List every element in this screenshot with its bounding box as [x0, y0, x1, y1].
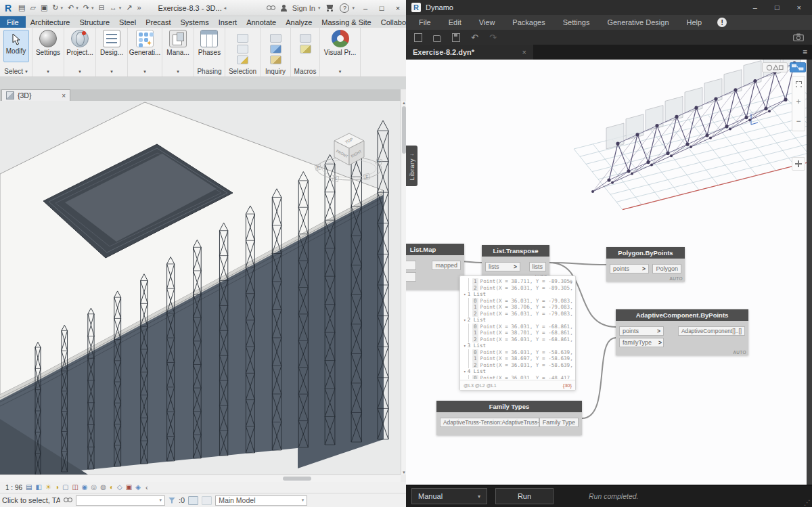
generative-panel-caret[interactable]: ▾ — [128, 66, 162, 76]
view-tab-close-icon[interactable]: × — [62, 92, 66, 100]
compass-n[interactable]: N — [378, 160, 380, 164]
compass-s[interactable]: S — [334, 177, 337, 181]
project-panel-caret[interactable]: ▾ — [64, 66, 95, 76]
warnings-icon[interactable] — [270, 56, 281, 64]
tab-analyze[interactable]: Analyze — [281, 16, 317, 28]
select-footer[interactable]: Select▾ — [0, 66, 32, 76]
title-caret-icon[interactable]: ◂ — [224, 5, 227, 11]
port-in-familytype[interactable]: familyType > — [619, 338, 664, 347]
phases-button[interactable]: Phases — [198, 28, 221, 66]
design-options-button[interactable]: Desig... — [100, 28, 123, 66]
settings-panel-caret[interactable]: ▾ — [32, 66, 64, 76]
resize-grip[interactable]: ⋰ — [804, 499, 811, 506]
tab-file[interactable]: File — [0, 16, 26, 28]
node-list-transpose[interactable]: List.Transpose lists > lists AUTO — [482, 245, 549, 280]
editable-only-icon[interactable] — [188, 496, 198, 505]
print-icon[interactable]: ⊟ — [98, 4, 104, 12]
worksharing-icon[interactable]: ◈ — [135, 484, 141, 491]
status-search-icon[interactable] — [64, 498, 72, 503]
save-file-icon[interactable] — [452, 33, 460, 42]
workspace-tab-close-icon[interactable]: × — [522, 48, 526, 56]
revit-logo-icon[interactable]: R — [3, 3, 14, 14]
measure-tool-icon[interactable] — [270, 34, 281, 43]
port-out-lists[interactable]: lists — [529, 262, 547, 271]
menu-settings[interactable]: Settings — [554, 18, 599, 26]
dynamo-maximize-button[interactable]: □ — [775, 3, 780, 12]
redo-icon[interactable]: ↷ — [489, 33, 497, 42]
menu-generative-design[interactable]: Generative Design — [598, 18, 677, 26]
tab-systems[interactable]: Systems — [175, 16, 213, 28]
open-file-icon[interactable] — [433, 35, 441, 42]
viewport-vertical-scrollbar[interactable]: ▲ ▼ — [401, 101, 406, 475]
analytical-model-icon[interactable]: ◇ — [117, 484, 122, 491]
design-options-combobox[interactable]: Main Model ▾ — [215, 495, 307, 506]
geometry-view-button[interactable] — [762, 62, 788, 72]
tab-steel[interactable]: Steel — [114, 16, 141, 28]
dynamo-close-button[interactable]: × — [797, 3, 801, 12]
new-file-icon[interactable] — [414, 33, 422, 42]
zoom-fit-icon[interactable] — [796, 81, 802, 87]
menu-help[interactable]: Help — [678, 18, 711, 26]
manage-project-button[interactable]: Mana... — [166, 28, 189, 66]
sign-in-label[interactable]: Sign In — [292, 4, 315, 12]
view-tab-3d[interactable]: {3D} × — [1, 89, 70, 101]
list-levels[interactable]: @L3 @L2 @L1 — [464, 383, 497, 388]
worksets-combobox[interactable]: ▾ — [76, 495, 165, 506]
detail-level-icon[interactable]: ▤ — [26, 484, 32, 491]
undo-icon[interactable]: ↶ — [471, 33, 478, 42]
file-tabs-icon[interactable]: ▤ — [18, 4, 25, 12]
load-selection-icon[interactable] — [237, 45, 248, 53]
preview-group-row[interactable]: ▾1 List — [464, 291, 573, 298]
crop-region-icon[interactable]: ◉ — [82, 484, 88, 491]
sign-in-caret-icon[interactable]: ▾ — [318, 5, 321, 11]
close-button[interactable]: × — [392, 4, 403, 12]
undo-caret-icon[interactable]: ▾ — [76, 5, 78, 11]
workspace-tab[interactable]: Exercise-8.2.dyn* × — [406, 45, 533, 60]
graph-view-button[interactable] — [790, 62, 806, 72]
measure-caret-icon[interactable]: ▾ — [119, 5, 122, 11]
constraints-icon[interactable]: ▣ — [126, 484, 132, 491]
run-mode-select[interactable]: Manual ▾ — [411, 488, 487, 504]
wire-family-to-adaptive[interactable] — [582, 338, 616, 418]
macro-security-icon[interactable] — [300, 45, 311, 53]
menu-file[interactable]: File — [410, 18, 440, 26]
temporary-hide-icon[interactable]: ◎ — [91, 484, 97, 491]
dynamo-canvas[interactable]: → Library + − — [406, 60, 812, 485]
compass-w[interactable]: W — [316, 165, 320, 169]
sync-caret-icon[interactable]: ▾ — [61, 5, 64, 11]
port-in-function[interactable]: f(x) — [406, 272, 416, 282]
zoom-out-icon[interactable]: − — [796, 116, 800, 126]
scroll-up-icon[interactable]: ▲ — [401, 101, 406, 105]
rendering-icon[interactable]: ▢ — [62, 484, 68, 491]
open-icon[interactable]: ▱ — [30, 4, 35, 12]
lacing-indicator[interactable]: AUTO — [733, 350, 746, 355]
tab-menu-icon[interactable]: ≡ — [803, 47, 812, 57]
save-icon[interactable]: ▣ — [41, 4, 47, 12]
node-polygon-bypoints[interactable]: Polygon.ByPoints points > Polygon AUTO — [606, 247, 685, 282]
menu-edit[interactable]: Edit — [440, 18, 470, 26]
data-preview-bubble[interactable]: ◉ 1Point(X = 38.711, Y = -89.305, 2Point… — [459, 275, 576, 391]
filter-icon[interactable] — [168, 498, 175, 504]
macro-manager-icon[interactable] — [300, 34, 311, 43]
port-in-points[interactable]: points > — [610, 264, 649, 273]
shadows-icon[interactable]: ◑ — [55, 484, 59, 491]
user-icon[interactable] — [281, 5, 287, 12]
menu-view[interactable]: View — [470, 18, 504, 26]
dynamo-minimize-button[interactable]: – — [753, 3, 757, 12]
node-family-types[interactable]: Family Types AdaptiveTruss-Tension:Adapt… — [436, 401, 582, 435]
aligned-dimension-icon[interactable]: ↗ — [126, 4, 132, 12]
redo-icon[interactable]: ↷ — [83, 4, 89, 12]
preview-group-row[interactable]: ▾3 List — [464, 343, 573, 349]
minimize-button[interactable]: – — [360, 4, 371, 12]
tab-massing-site[interactable]: Massing & Site — [317, 16, 376, 28]
revit-3d-viewport[interactable]: W S E N TOP FRONT RIGHT — [0, 101, 401, 475]
viewport-horizontal-scrollbar[interactable] — [0, 475, 401, 482]
tab-structure[interactable]: Structure — [74, 16, 114, 28]
port-out-mapped[interactable]: mapped — [432, 261, 461, 270]
measure-icon[interactable]: ↔ — [110, 4, 117, 12]
export-image-icon[interactable] — [793, 33, 804, 41]
zoom-in-icon[interactable]: + — [796, 97, 800, 106]
help-caret-icon[interactable]: ▾ — [352, 5, 355, 11]
save-selection-icon[interactable] — [237, 34, 248, 43]
maximize-button[interactable]: □ — [376, 4, 387, 12]
